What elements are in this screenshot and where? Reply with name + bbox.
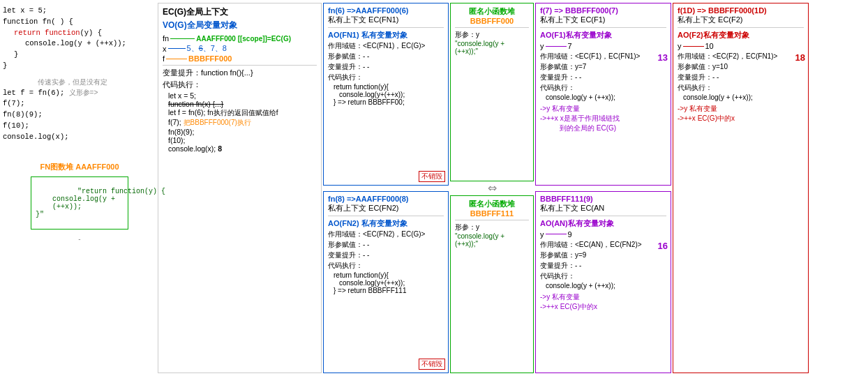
exec-line-fn89: fn(8)(9); [163, 128, 317, 136]
exec-line-x: let x = 5; [163, 91, 317, 100]
f7-y-line: y 7 [540, 42, 666, 50]
anon6-title: 匿名小函数堆 [455, 6, 529, 17]
vo-fn-line: fn AAAFFF000 [[scope]]=EC(G) [163, 34, 317, 43]
bbb111-panel: BBBFFF111(9) 私有上下文 EC(AN AO(AN)私有变量对象 y … [535, 191, 671, 374]
bbb111-badge: 16 [658, 241, 668, 251]
fn8-exec-2: console.log(y+(++x)); [328, 279, 444, 287]
f1d-subtitle: 私有上下文 EC(F2) [678, 15, 804, 25]
code-line-f10: f(10); [3, 121, 156, 132]
f7-params: 形参赋值：y=7 [540, 62, 666, 72]
anon6-heap: 匿名小函数堆 BBBFFF000 形参：y "console.log(y +(+… [450, 3, 534, 181]
vo-hoisting: 变量提升：function fn(){...} [163, 68, 317, 78]
anon8-params: 形参：y [455, 223, 529, 232]
fn8-title: fn(8) =>AAAFFF000(8) [328, 195, 444, 203]
bbb111-y-line: y 9 [540, 230, 666, 239]
vo-f-line: f BBBFFF000 [163, 54, 317, 63]
vo-f-label: f [163, 54, 165, 63]
f7-ao-title: AO(F1)私有变量对象 [540, 30, 666, 40]
bbb111-params: 形参赋值：y=9 [540, 250, 666, 260]
anon6-divider [455, 27, 529, 28]
col-left-code: let x = 5; function fn( ) { return funct… [3, 3, 156, 373]
anon6-code: "console.log(y +(++x));" [455, 40, 529, 55]
f1d-arrow1: ->y 私有变量 [678, 104, 804, 114]
f1d-y-value: 10 [705, 42, 714, 50]
bbb111-scope: 作用域链：<EC(AN)，EC(FN2)> [540, 240, 666, 250]
col-f7-bbb111: f(7) => BBBFFF000(7) 私有上下文 EC(F1) AO(F1)… [535, 3, 671, 373]
fn8-ao-title: AO(FN2) 私有变量对象 [328, 218, 444, 229]
f7-exec-label: 代码执行： [540, 83, 666, 93]
f1d-exec-label: 代码执行： [678, 83, 804, 93]
bbb111-hoist: 变量提升：- - [540, 261, 666, 271]
fn6-exec-label: 代码执行： [328, 73, 444, 82]
code-line-4: console.log(y + (++x)); [3, 38, 156, 50]
f1d-hoist: 变量提升：- - [678, 73, 804, 82]
fn8-params: 形参赋值：- - [328, 240, 444, 250]
vo-divider [163, 65, 317, 66]
fn-heap-code: "return function(y) { console.log(y + (+… [36, 180, 124, 226]
f1d-y-label: y [678, 42, 682, 50]
code-line-2: function fn( ) { [3, 17, 156, 28]
bbb111-y-label: y [540, 230, 544, 239]
code-line-console: console.log(x); [3, 132, 156, 143]
fn6-exec-3: } => return BBBFFF00; [328, 98, 444, 106]
fn-heap-box: "return function(y) { console.log(y + (+… [31, 176, 128, 230]
bbb111-arrow2: ->++x EC(G)中的x [540, 302, 666, 312]
code-line-f7: f(7); [3, 98, 156, 110]
fn6-params: 形参赋值：- - [328, 52, 444, 61]
anon6-heap-name: BBBFFF000 [455, 17, 529, 25]
bbb111-y-dash [546, 234, 567, 234]
fn6-divider [328, 27, 444, 28]
fn8-scope: 作用域链：<EC(FN2)，EC(G)> [328, 230, 444, 239]
f1d-ao-title: AO(F2)私有变量对象 [678, 30, 804, 40]
f7-y-dash [546, 46, 567, 47]
f1d-title: f(1D) => BBBFFF000(1D) [678, 6, 804, 15]
code-line-fn6: let f = fn(6); 义形参=> [3, 88, 156, 99]
exec-line-f7: f(7); 把BBBFFF000(7)执行 [163, 118, 317, 128]
fn8-not-sold: 不销毁 [419, 359, 445, 370]
exec-line-f: let f = fn(6); fn执行的返回值赋值给f [163, 108, 317, 118]
fn6-panel: fn(6) =>AAAFFF000(6) 私有上下文 EC(FN1) AO(FN… [323, 3, 449, 186]
f7-scope: 作用域链：<EC(F1)，EC(FN1)> [540, 52, 666, 61]
f7-panel: f(7) => BBBFFF000(7) 私有上下文 EC(F1) AO(F1)… [535, 3, 671, 186]
anon8-divider [455, 220, 529, 220]
fn8-exec-3: } => return BBBFFF111 [328, 287, 444, 294]
f7-hoist: 变量提升：- - [540, 73, 666, 82]
fn6-exec-1: return function(y){ [328, 83, 444, 91]
vo-x-line: x 5、6、7、8 [163, 43, 317, 54]
ecg-title: EC(G)全局上下文 [163, 6, 317, 18]
bbb111-y-value: 9 [568, 230, 572, 239]
anon8-heap-name: BBBFFF111 [455, 209, 529, 218]
vog-title: VO(G)全局变量对象 [163, 20, 317, 31]
anon8-title: 匿名小函数堆 [455, 199, 529, 209]
col-anon-heaps: 匿名小函数堆 BBBFFF000 形参：y "console.log(y +(+… [450, 3, 534, 373]
exec-line-f10: f(10); [163, 136, 317, 144]
fn8-divider [328, 216, 444, 216]
fn6-hoist: 变量提升：- - [328, 62, 444, 72]
code-line-1: let x = 5; [3, 6, 156, 17]
f7-arrow2: ->++x x是基于作用域链找到的全局的 EC(G) [540, 114, 666, 133]
fn6-title: fn(6) =>AAAFFF000(6) [328, 6, 444, 15]
fn8-subtitle: 私有上下文 EC(FN2) [328, 203, 444, 213]
anon8-code: "console.log(y +(++x));" [455, 232, 529, 248]
vo-f-dash [166, 59, 187, 59]
fn6-scope: 作用域链：<EC(FN1)，EC(G)> [328, 41, 444, 51]
main-container: let x = 5; function fn( ) { return funct… [0, 0, 868, 376]
fn8-hoist: 变量提升：- - [328, 250, 444, 260]
arrow-between-heaps: ⇔ [450, 184, 534, 193]
bbb111-title: BBBFFF111(9) [540, 195, 666, 203]
f1d-y-dash [683, 46, 704, 47]
f1d-exec-1: console.log(y + (++x)); [678, 93, 804, 101]
f7-badge: 13 [658, 52, 668, 63]
fn6-not-sold: 不销毁 [419, 171, 445, 182]
col-f1d: f(1D) => BBBFFF000(1D) 私有上下文 EC(F2) AO(F… [673, 3, 809, 373]
f1d-y-line: y 10 [678, 42, 804, 50]
col-vo-global: EC(G)全局上下文 VO(G)全局变量对象 fn AAAFFF000 [[sc… [158, 3, 322, 373]
bbb111-exec-1: console.log(y + (++x)); [540, 282, 666, 289]
vo-x-value: 5、6、7、8 [187, 43, 227, 54]
vo-exec-label: 代码执行： [163, 80, 317, 90]
f7-subtitle: 私有上下文 EC(F1) [540, 15, 666, 25]
bbb111-subtitle: 私有上下文 EC(AN [540, 203, 666, 213]
code-line-6: } [3, 61, 156, 72]
fn6-ao-title: AO(FN1) 私有变量对象 [328, 30, 444, 40]
f1d-divider [678, 27, 804, 28]
